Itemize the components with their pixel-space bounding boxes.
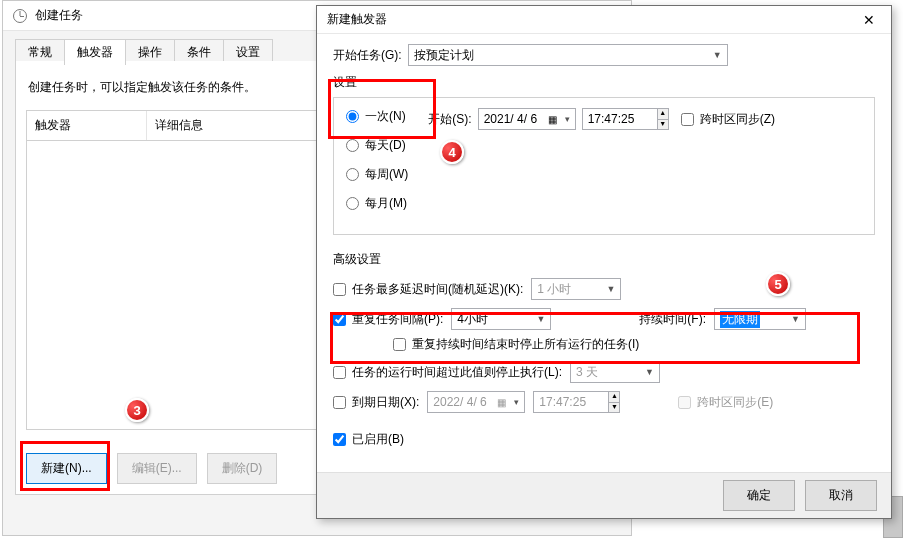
dialog-title: 新建触发器 (327, 11, 387, 28)
sync-tz2-check: 跨时区同步(E) (678, 394, 773, 411)
schedule-detail: 开始(S): 2021/ 4/ 6 ▦▾ 17:47:25 ▲▼ 跨时区同步(Z… (428, 108, 775, 218)
delay-check[interactable]: 任务最多延迟时间(随机延迟)(K): (333, 281, 523, 298)
dialog-footer: 确定 取消 (317, 472, 891, 518)
stop-if-combo: 3 天▼ (570, 361, 660, 383)
radio-daily[interactable]: 每天(D) (346, 137, 408, 154)
stop-if-check[interactable]: 任务的运行时间超过此值则停止执行(L): (333, 364, 562, 381)
expire-check[interactable]: 到期日期(X): (333, 394, 419, 411)
col-trigger: 触发器 (27, 111, 147, 140)
start-date-picker[interactable]: 2021/ 4/ 6 ▦▾ (478, 108, 576, 130)
marker-3: 3 (125, 398, 149, 422)
enabled-check[interactable]: 已启用(B) (333, 431, 404, 448)
delete-trigger-button: 删除(D) (207, 453, 278, 484)
chevron-down-icon: ▼ (713, 50, 722, 60)
col-details: 详细信息 (147, 111, 211, 140)
start-task-label: 开始任务(G): (333, 47, 402, 64)
edit-trigger-button: 编辑(E)... (117, 453, 197, 484)
marker-5: 5 (766, 272, 790, 296)
marker-4: 4 (440, 140, 464, 164)
delay-combo: 1 小时▼ (531, 278, 621, 300)
highlight-box-3 (20, 441, 110, 491)
highlight-box-4 (328, 79, 436, 139)
sync-tz-check[interactable]: 跨时区同步(Z) (681, 111, 775, 128)
expire-time-input: 17:47:25 (533, 391, 609, 413)
close-icon[interactable]: ✕ (857, 10, 881, 30)
calendar-icon: ▦ (497, 397, 506, 408)
time-spinner: ▲▼ (608, 391, 620, 413)
advanced-group-label: 高级设置 (333, 251, 875, 268)
dialog-titlebar: 新建触发器 ✕ (317, 6, 891, 34)
start-task-value: 按预定计划 (414, 47, 474, 64)
clock-icon (13, 9, 27, 23)
highlight-box-5 (330, 312, 860, 364)
calendar-icon: ▦ (548, 114, 557, 125)
tab-triggers[interactable]: 触发器 (64, 39, 126, 65)
radio-monthly[interactable]: 每月(M) (346, 195, 408, 212)
start-time-input[interactable]: 17:47:25 (582, 108, 658, 130)
radio-weekly[interactable]: 每周(W) (346, 166, 408, 183)
chevron-down-icon: ▾ (565, 114, 570, 124)
expire-date-picker: 2022/ 4/ 6▦▾ (427, 391, 525, 413)
cancel-button[interactable]: 取消 (805, 480, 877, 511)
start-task-combo[interactable]: 按预定计划 ▼ (408, 44, 728, 66)
time-spinner[interactable]: ▲▼ (657, 108, 669, 130)
window-title: 创建任务 (35, 7, 83, 24)
ok-button[interactable]: 确定 (723, 480, 795, 511)
